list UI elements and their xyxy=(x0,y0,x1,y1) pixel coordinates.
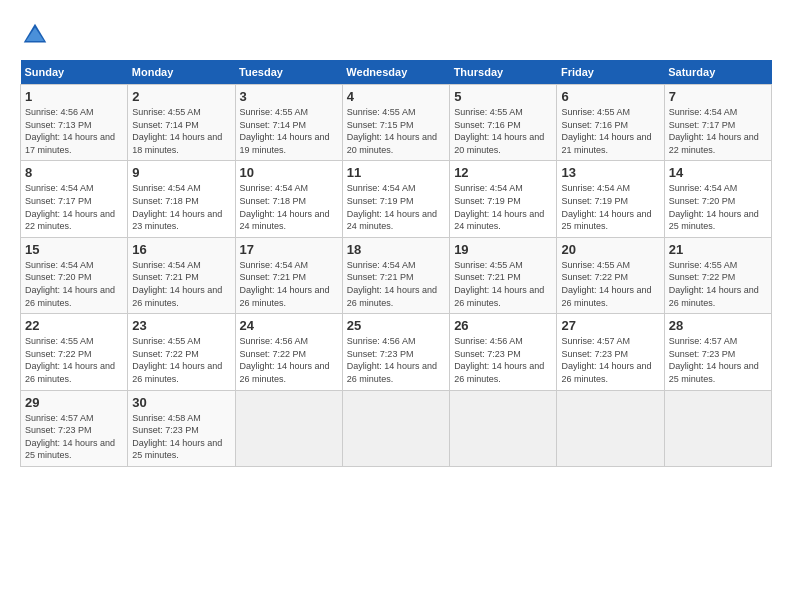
day-number: 4 xyxy=(347,89,445,104)
calendar-cell: 30Sunrise: 4:58 AMSunset: 7:23 PMDayligh… xyxy=(128,390,235,466)
calendar-cell xyxy=(235,390,342,466)
calendar-cell: 5Sunrise: 4:55 AMSunset: 7:16 PMDaylight… xyxy=(450,85,557,161)
calendar-cell xyxy=(664,390,771,466)
calendar-week-5: 29Sunrise: 4:57 AMSunset: 7:23 PMDayligh… xyxy=(21,390,772,466)
day-number: 21 xyxy=(669,242,767,257)
calendar-cell: 19Sunrise: 4:55 AMSunset: 7:21 PMDayligh… xyxy=(450,237,557,313)
day-info: Sunrise: 4:55 AMSunset: 7:16 PMDaylight:… xyxy=(454,106,552,156)
day-info: Sunrise: 4:56 AMSunset: 7:22 PMDaylight:… xyxy=(240,335,338,385)
calendar-cell: 1Sunrise: 4:56 AMSunset: 7:13 PMDaylight… xyxy=(21,85,128,161)
calendar-cell: 10Sunrise: 4:54 AMSunset: 7:18 PMDayligh… xyxy=(235,161,342,237)
calendar-cell xyxy=(450,390,557,466)
day-info: Sunrise: 4:55 AMSunset: 7:14 PMDaylight:… xyxy=(240,106,338,156)
day-number: 19 xyxy=(454,242,552,257)
day-number: 13 xyxy=(561,165,659,180)
calendar-cell: 7Sunrise: 4:54 AMSunset: 7:17 PMDaylight… xyxy=(664,85,771,161)
weekday-sunday: Sunday xyxy=(21,60,128,85)
calendar-cell: 18Sunrise: 4:54 AMSunset: 7:21 PMDayligh… xyxy=(342,237,449,313)
calendar-cell: 20Sunrise: 4:55 AMSunset: 7:22 PMDayligh… xyxy=(557,237,664,313)
day-number: 5 xyxy=(454,89,552,104)
day-number: 28 xyxy=(669,318,767,333)
day-info: Sunrise: 4:55 AMSunset: 7:21 PMDaylight:… xyxy=(454,259,552,309)
day-number: 30 xyxy=(132,395,230,410)
day-info: Sunrise: 4:56 AMSunset: 7:13 PMDaylight:… xyxy=(25,106,123,156)
day-number: 14 xyxy=(669,165,767,180)
day-number: 23 xyxy=(132,318,230,333)
calendar-cell: 16Sunrise: 4:54 AMSunset: 7:21 PMDayligh… xyxy=(128,237,235,313)
day-number: 11 xyxy=(347,165,445,180)
weekday-thursday: Thursday xyxy=(450,60,557,85)
day-number: 9 xyxy=(132,165,230,180)
day-info: Sunrise: 4:54 AMSunset: 7:17 PMDaylight:… xyxy=(25,182,123,232)
calendar-cell: 2Sunrise: 4:55 AMSunset: 7:14 PMDaylight… xyxy=(128,85,235,161)
logo-inner xyxy=(20,20,54,50)
day-number: 7 xyxy=(669,89,767,104)
weekday-wednesday: Wednesday xyxy=(342,60,449,85)
calendar-cell: 8Sunrise: 4:54 AMSunset: 7:17 PMDaylight… xyxy=(21,161,128,237)
weekday-friday: Friday xyxy=(557,60,664,85)
calendar-cell: 9Sunrise: 4:54 AMSunset: 7:18 PMDaylight… xyxy=(128,161,235,237)
calendar-week-1: 1Sunrise: 4:56 AMSunset: 7:13 PMDaylight… xyxy=(21,85,772,161)
calendar-header xyxy=(20,20,772,50)
day-info: Sunrise: 4:58 AMSunset: 7:23 PMDaylight:… xyxy=(132,412,230,462)
day-info: Sunrise: 4:54 AMSunset: 7:20 PMDaylight:… xyxy=(25,259,123,309)
day-info: Sunrise: 4:56 AMSunset: 7:23 PMDaylight:… xyxy=(454,335,552,385)
day-number: 17 xyxy=(240,242,338,257)
calendar-cell: 29Sunrise: 4:57 AMSunset: 7:23 PMDayligh… xyxy=(21,390,128,466)
logo-icon xyxy=(20,20,50,50)
day-number: 16 xyxy=(132,242,230,257)
day-info: Sunrise: 4:54 AMSunset: 7:20 PMDaylight:… xyxy=(669,182,767,232)
day-info: Sunrise: 4:55 AMSunset: 7:16 PMDaylight:… xyxy=(561,106,659,156)
calendar-cell: 14Sunrise: 4:54 AMSunset: 7:20 PMDayligh… xyxy=(664,161,771,237)
day-number: 15 xyxy=(25,242,123,257)
calendar-cell: 11Sunrise: 4:54 AMSunset: 7:19 PMDayligh… xyxy=(342,161,449,237)
day-info: Sunrise: 4:55 AMSunset: 7:15 PMDaylight:… xyxy=(347,106,445,156)
day-info: Sunrise: 4:55 AMSunset: 7:22 PMDaylight:… xyxy=(25,335,123,385)
day-info: Sunrise: 4:54 AMSunset: 7:21 PMDaylight:… xyxy=(240,259,338,309)
day-info: Sunrise: 4:56 AMSunset: 7:23 PMDaylight:… xyxy=(347,335,445,385)
day-number: 6 xyxy=(561,89,659,104)
calendar-cell: 17Sunrise: 4:54 AMSunset: 7:21 PMDayligh… xyxy=(235,237,342,313)
day-info: Sunrise: 4:55 AMSunset: 7:22 PMDaylight:… xyxy=(132,335,230,385)
weekday-tuesday: Tuesday xyxy=(235,60,342,85)
calendar-table: SundayMondayTuesdayWednesdayThursdayFrid… xyxy=(20,60,772,467)
day-info: Sunrise: 4:55 AMSunset: 7:14 PMDaylight:… xyxy=(132,106,230,156)
calendar-cell: 13Sunrise: 4:54 AMSunset: 7:19 PMDayligh… xyxy=(557,161,664,237)
calendar-cell: 3Sunrise: 4:55 AMSunset: 7:14 PMDaylight… xyxy=(235,85,342,161)
calendar-cell: 26Sunrise: 4:56 AMSunset: 7:23 PMDayligh… xyxy=(450,314,557,390)
day-number: 20 xyxy=(561,242,659,257)
calendar-cell xyxy=(342,390,449,466)
day-info: Sunrise: 4:54 AMSunset: 7:21 PMDaylight:… xyxy=(132,259,230,309)
calendar-week-4: 22Sunrise: 4:55 AMSunset: 7:22 PMDayligh… xyxy=(21,314,772,390)
calendar-week-2: 8Sunrise: 4:54 AMSunset: 7:17 PMDaylight… xyxy=(21,161,772,237)
day-info: Sunrise: 4:54 AMSunset: 7:19 PMDaylight:… xyxy=(561,182,659,232)
day-number: 8 xyxy=(25,165,123,180)
day-info: Sunrise: 4:55 AMSunset: 7:22 PMDaylight:… xyxy=(669,259,767,309)
day-number: 24 xyxy=(240,318,338,333)
logo xyxy=(20,20,54,50)
calendar-cell: 25Sunrise: 4:56 AMSunset: 7:23 PMDayligh… xyxy=(342,314,449,390)
day-info: Sunrise: 4:54 AMSunset: 7:17 PMDaylight:… xyxy=(669,106,767,156)
day-info: Sunrise: 4:57 AMSunset: 7:23 PMDaylight:… xyxy=(25,412,123,462)
day-info: Sunrise: 4:55 AMSunset: 7:22 PMDaylight:… xyxy=(561,259,659,309)
day-info: Sunrise: 4:57 AMSunset: 7:23 PMDaylight:… xyxy=(561,335,659,385)
day-number: 22 xyxy=(25,318,123,333)
calendar-cell: 27Sunrise: 4:57 AMSunset: 7:23 PMDayligh… xyxy=(557,314,664,390)
calendar-cell: 15Sunrise: 4:54 AMSunset: 7:20 PMDayligh… xyxy=(21,237,128,313)
calendar-cell: 4Sunrise: 4:55 AMSunset: 7:15 PMDaylight… xyxy=(342,85,449,161)
day-number: 3 xyxy=(240,89,338,104)
calendar-cell: 24Sunrise: 4:56 AMSunset: 7:22 PMDayligh… xyxy=(235,314,342,390)
day-number: 27 xyxy=(561,318,659,333)
calendar-week-3: 15Sunrise: 4:54 AMSunset: 7:20 PMDayligh… xyxy=(21,237,772,313)
day-number: 10 xyxy=(240,165,338,180)
calendar-cell: 6Sunrise: 4:55 AMSunset: 7:16 PMDaylight… xyxy=(557,85,664,161)
weekday-header-row: SundayMondayTuesdayWednesdayThursdayFrid… xyxy=(21,60,772,85)
day-number: 25 xyxy=(347,318,445,333)
day-number: 1 xyxy=(25,89,123,104)
calendar-body: 1Sunrise: 4:56 AMSunset: 7:13 PMDaylight… xyxy=(21,85,772,467)
day-info: Sunrise: 4:54 AMSunset: 7:18 PMDaylight:… xyxy=(132,182,230,232)
day-number: 18 xyxy=(347,242,445,257)
day-number: 12 xyxy=(454,165,552,180)
day-info: Sunrise: 4:54 AMSunset: 7:19 PMDaylight:… xyxy=(347,182,445,232)
day-number: 2 xyxy=(132,89,230,104)
